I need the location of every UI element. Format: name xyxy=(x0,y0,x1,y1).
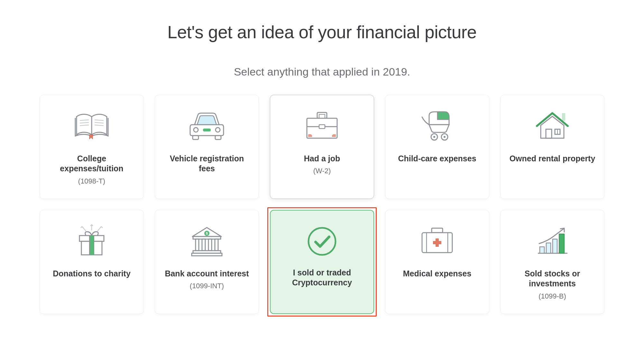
svg-rect-38 xyxy=(215,239,218,251)
card-label: Vehicle registration fees xyxy=(155,154,259,174)
card-bank-interest[interactable]: $ Bank account interest (1099-INT) xyxy=(155,210,259,314)
svg-point-18 xyxy=(433,136,435,138)
card-donations[interactable]: Donations to charity xyxy=(40,210,144,314)
page-subtitle: Select anything that applied in 2019. xyxy=(234,66,410,78)
medical-kit-icon xyxy=(418,222,456,260)
checkmark-icon xyxy=(303,222,341,261)
svg-rect-6 xyxy=(193,136,198,139)
card-vehicle-registration[interactable]: Vehicle registration fees xyxy=(155,95,259,199)
card-sublabel: (1098-T) xyxy=(78,177,105,185)
card-label: Sold stocks or investments xyxy=(501,269,604,289)
card-grid: College expenses/tuition (1098-T) Vehicl… xyxy=(40,95,604,314)
svg-rect-15 xyxy=(319,125,325,129)
book-icon xyxy=(72,107,111,145)
svg-rect-20 xyxy=(562,113,565,121)
card-cryptocurrency[interactable]: I sold or traded Cryptocurrency xyxy=(270,210,374,314)
card-label: Donations to charity xyxy=(45,269,138,279)
svg-rect-50 xyxy=(559,234,564,253)
svg-rect-47 xyxy=(540,247,544,253)
svg-rect-42 xyxy=(432,228,443,233)
chart-growth-icon xyxy=(533,222,572,260)
svg-rect-48 xyxy=(546,243,551,253)
card-sublabel: (W-2) xyxy=(313,167,331,175)
svg-point-8 xyxy=(194,128,198,132)
card-label: I sold or traded Cryptocurrency xyxy=(271,268,373,288)
car-icon xyxy=(188,107,226,145)
card-label: Owned rental property xyxy=(502,154,603,164)
svg-rect-21 xyxy=(546,129,552,138)
card-label: College expenses/tuition xyxy=(40,154,143,174)
svg-rect-10 xyxy=(203,129,211,131)
page-title: Let's get an idea of your financial pict… xyxy=(167,22,476,42)
card-child-care[interactable]: Child-care expenses xyxy=(385,95,489,199)
svg-text:$: $ xyxy=(206,231,208,235)
svg-rect-7 xyxy=(215,136,221,139)
bank-icon: $ xyxy=(188,222,226,260)
stroller-icon xyxy=(418,107,456,145)
house-icon xyxy=(533,107,572,145)
svg-rect-29 xyxy=(89,236,94,255)
card-rental-property[interactable]: Owned rental property xyxy=(500,95,604,199)
svg-rect-35 xyxy=(196,239,199,251)
briefcase-icon xyxy=(303,107,341,145)
svg-rect-40 xyxy=(192,253,222,256)
card-label: Child-care expenses xyxy=(390,154,484,164)
card-label: Had a job xyxy=(296,154,348,164)
card-sublabel: (1099-INT) xyxy=(190,282,224,290)
svg-point-19 xyxy=(444,136,446,138)
gift-icon xyxy=(72,222,111,260)
svg-point-9 xyxy=(216,128,220,132)
card-had-a-job[interactable]: Had a job (W-2) xyxy=(270,95,374,199)
svg-rect-49 xyxy=(553,239,557,253)
svg-rect-37 xyxy=(208,239,212,251)
svg-rect-36 xyxy=(202,239,205,251)
card-sublabel: (1099-B) xyxy=(538,292,566,300)
svg-rect-12 xyxy=(319,114,325,118)
card-college-expenses[interactable]: College expenses/tuition (1098-T) xyxy=(40,95,144,199)
svg-point-41 xyxy=(308,228,336,255)
card-medical-expenses[interactable]: Medical expenses xyxy=(385,210,489,314)
card-label: Bank account interest xyxy=(157,269,256,279)
card-stocks-investments[interactable]: Sold stocks or investments (1099-B) xyxy=(500,210,604,314)
card-label: Medical expenses xyxy=(395,269,479,279)
